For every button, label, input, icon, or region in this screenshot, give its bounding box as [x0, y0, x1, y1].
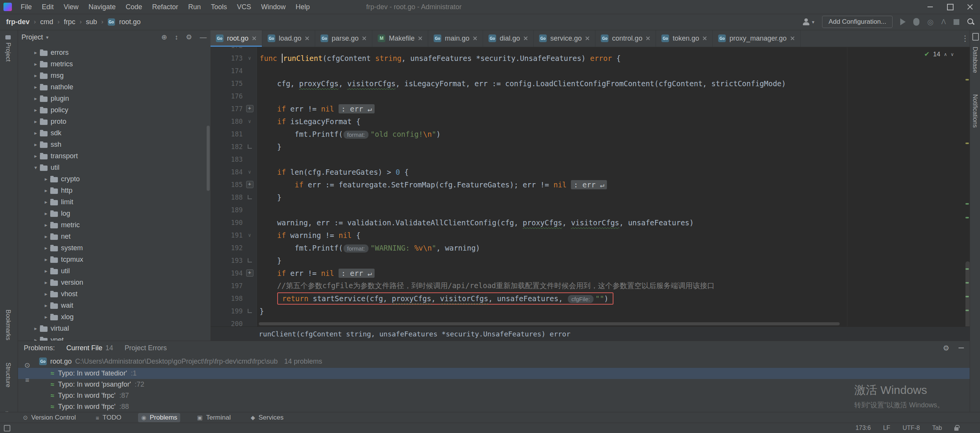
- menu-item-view[interactable]: View: [59, 0, 84, 14]
- tree-item-policy[interactable]: ▸policy: [18, 104, 210, 116]
- tab-load.go[interactable]: Goload.go: [262, 30, 315, 47]
- indent-style[interactable]: Tab: [932, 425, 942, 431]
- menu-item-help[interactable]: Help: [291, 0, 315, 14]
- tab-token.go[interactable]: Gotoken.go: [656, 30, 713, 47]
- sidebar-item-bookmarks[interactable]: Bookmarks: [5, 310, 12, 340]
- tab-Makefile[interactable]: MMakefile: [372, 30, 428, 47]
- menu-item-file[interactable]: File: [16, 0, 37, 14]
- tree-item-http[interactable]: ▸http: [18, 185, 210, 196]
- problem-row[interactable]: ≈Typo: In word 'frpc':87: [18, 390, 970, 401]
- menu-item-edit[interactable]: Edit: [37, 0, 59, 14]
- tab-close-icon[interactable]: [585, 36, 590, 41]
- chevron-down-icon[interactable]: ▾: [46, 34, 49, 40]
- chevron-collapsed-icon[interactable]: ▸: [42, 256, 50, 262]
- hide-panel-icon[interactable]: —: [200, 33, 207, 41]
- tool-window-button-terminal[interactable]: ▣Terminal: [194, 413, 233, 422]
- chevron-collapsed-icon[interactable]: ▸: [42, 302, 50, 308]
- tree-item-proto[interactable]: ▸proto: [18, 116, 210, 127]
- code-line-177[interactable]: 177+ if err != nil : err ↵: [210, 102, 970, 115]
- tab-project-errors[interactable]: Project Errors: [125, 344, 167, 352]
- settings-gear-icon[interactable]: ⚙: [186, 33, 192, 41]
- fold-expand-icon[interactable]: +: [246, 181, 253, 188]
- tree-item-metrics[interactable]: ▸metrics: [18, 58, 210, 70]
- menu-item-tools[interactable]: Tools: [206, 0, 232, 14]
- hide-panel-icon[interactable]: [959, 348, 964, 348]
- search-icon[interactable]: [967, 18, 975, 26]
- tab-close-icon[interactable]: [418, 36, 423, 41]
- chevron-collapsed-icon[interactable]: ▸: [42, 222, 50, 228]
- code-line-180[interactable]: 180∨ if isLegacyFormat {: [210, 115, 970, 128]
- code-line-185[interactable]: 185+ if err := featuregate.SetFromMap(cf…: [210, 178, 970, 191]
- chevron-collapsed-icon[interactable]: ▸: [42, 210, 50, 216]
- tree-item-msg[interactable]: ▸msg: [18, 70, 210, 81]
- tab-close-icon[interactable]: [702, 36, 707, 41]
- readonly-lock-icon[interactable]: [954, 427, 959, 431]
- menu-item-refactor[interactable]: Refactor: [147, 0, 183, 14]
- tab-parse.go[interactable]: Goparse.go: [315, 30, 372, 47]
- code-line-173[interactable]: 173∨func runClient(cfgContent string, un…: [210, 52, 970, 64]
- tree-item-limit[interactable]: ▸limit: [18, 196, 210, 208]
- tool-window-button-version-control[interactable]: ⊙Version Control: [20, 413, 79, 422]
- coverage-icon[interactable]: ◎: [927, 18, 934, 26]
- next-problem-icon[interactable]: ∨: [950, 52, 954, 57]
- tree-item-ssh[interactable]: ▸ssh: [18, 139, 210, 150]
- caret-position[interactable]: 173:6: [855, 425, 871, 431]
- run-icon[interactable]: [900, 18, 906, 25]
- tree-item-vnet[interactable]: ▸vnet: [18, 334, 210, 341]
- add-configuration-button[interactable]: Add Configuration...: [822, 16, 893, 28]
- chevron-collapsed-icon[interactable]: ▸: [31, 107, 40, 113]
- chevron-collapsed-icon[interactable]: ▸: [31, 95, 40, 102]
- chevron-collapsed-icon[interactable]: ▸: [42, 291, 50, 297]
- user-access-control[interactable]: ▾: [802, 18, 815, 26]
- menu-item-run[interactable]: Run: [183, 0, 206, 14]
- tree-item-net[interactable]: ▸net: [18, 231, 210, 242]
- tab-root.go[interactable]: Goroot.go: [210, 30, 262, 47]
- code-line-194[interactable]: 194+ if err != nil : err ↵: [210, 267, 970, 279]
- tab-main.go[interactable]: Gomain.go: [428, 30, 483, 47]
- menu-item-window[interactable]: Window: [256, 0, 291, 14]
- tool-window-toggle-icon[interactable]: [4, 425, 10, 431]
- tool-window-button-services[interactable]: ◆Services: [248, 413, 287, 422]
- chevron-collapsed-icon[interactable]: ▸: [31, 118, 40, 125]
- chevron-collapsed-icon[interactable]: ▸: [31, 337, 40, 341]
- fold-collapse-icon[interactable]: ∨: [248, 169, 251, 175]
- project-tree-scrollbar[interactable]: [207, 126, 210, 191]
- problems-file-row[interactable]: Go root.go C:\Users\Administrator\Deskto…: [39, 356, 322, 367]
- sidebar-item-notifications[interactable]: Notifications: [972, 94, 978, 128]
- tree-item-util[interactable]: ▾util: [18, 162, 210, 173]
- code-line-191[interactable]: 191∨ if warning != nil {: [210, 229, 970, 241]
- tree-item-wait[interactable]: ▸wait: [18, 300, 210, 311]
- code-line-175[interactable]: 175 cfg, proxyCfgs, visitorCfgs, isLegac…: [210, 77, 970, 90]
- tab-close-icon[interactable]: [305, 36, 309, 41]
- stop-icon[interactable]: [954, 19, 959, 25]
- tab-close-icon[interactable]: [473, 36, 477, 41]
- fold-expand-icon[interactable]: +: [246, 105, 253, 112]
- tree-item-log[interactable]: ▸log: [18, 208, 210, 219]
- problem-row[interactable]: ≈Typo: In word 'fatedior':1: [18, 368, 970, 379]
- project-panel-title[interactable]: Project: [21, 33, 43, 41]
- prev-problem-icon[interactable]: ∧: [944, 52, 947, 57]
- code-line-188[interactable]: 188 }: [210, 191, 970, 203]
- tree-item-sdk[interactable]: ▸sdk: [18, 127, 210, 139]
- code-line-182[interactable]: 182 }: [210, 140, 970, 153]
- tree-item-xlog[interactable]: ▸xlog: [18, 311, 210, 323]
- maximize-button[interactable]: [940, 0, 960, 14]
- chevron-collapsed-icon[interactable]: ▸: [42, 187, 50, 194]
- tab-dial.go[interactable]: Godial.go: [483, 30, 534, 47]
- tree-item-metric[interactable]: ▸metric: [18, 219, 210, 231]
- minimize-button[interactable]: [920, 0, 940, 14]
- inspection-widget[interactable]: ✔ 14 ∧ ∨: [924, 50, 954, 58]
- chevron-collapsed-icon[interactable]: ▸: [31, 130, 40, 136]
- tab-close-icon[interactable]: [362, 36, 367, 41]
- debug-icon[interactable]: [913, 18, 919, 26]
- chevron-collapsed-icon[interactable]: ▸: [31, 141, 40, 148]
- code-line-183[interactable]: 183: [210, 153, 970, 166]
- chevron-collapsed-icon[interactable]: ▸: [31, 72, 40, 79]
- tree-item-virtual[interactable]: ▸virtual: [18, 323, 210, 334]
- tab-control.go[interactable]: Gocontrol.go: [595, 30, 656, 47]
- tree-item-vhost[interactable]: ▸vhost: [18, 288, 210, 300]
- breadcrumb-item-cmd[interactable]: cmd: [40, 18, 53, 26]
- chevron-collapsed-icon[interactable]: ▸: [42, 245, 50, 251]
- breadcrumb-item-sub[interactable]: sub: [86, 18, 97, 26]
- tree-item-util[interactable]: ▸util: [18, 265, 210, 277]
